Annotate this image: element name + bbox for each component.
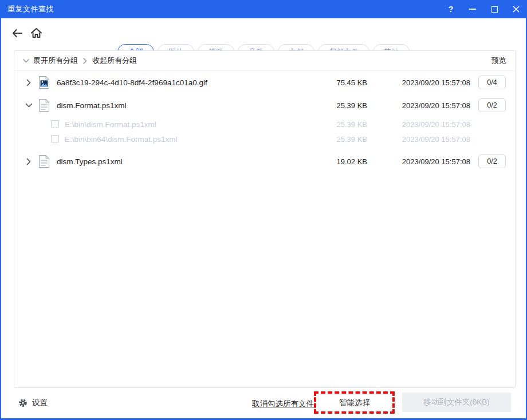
close-button[interactable] xyxy=(505,0,527,18)
file-path: E:\bin\dism.Format.ps1xml xyxy=(65,120,316,129)
toolbar-separator xyxy=(83,58,87,64)
file-size: 25.39 KB xyxy=(316,120,367,129)
nav-left xyxy=(11,27,42,38)
image-file-icon xyxy=(38,76,50,89)
maximize-icon xyxy=(491,6,498,13)
gear-icon xyxy=(18,398,27,407)
expand-all-label: 展开所有分组 xyxy=(33,56,78,66)
settings-button[interactable]: 设置 xyxy=(18,398,48,408)
expand-chevron-right-icon[interactable] xyxy=(25,79,33,86)
footer: 设置 取消勾选所有文件 智能选择 移动到文件夹(0KB) xyxy=(1,388,526,418)
file-size: 19.02 KB xyxy=(316,157,367,166)
back-button[interactable] xyxy=(11,29,23,38)
maximize-button[interactable] xyxy=(483,0,505,18)
app-window: 重复文件查找 ? 全部 图片 视频 音频 文档 归 xyxy=(0,0,527,420)
expand-all-groups[interactable]: 展开所有分组 xyxy=(23,56,78,66)
chevron-down-icon xyxy=(23,59,29,63)
file-date: 2023/09/20 15:57:08 xyxy=(379,135,470,144)
uncheck-all-link[interactable]: 取消勾选所有文件 xyxy=(252,399,314,409)
file-group-row[interactable]: dism.Types.ps1xml 19.02 KB 2023/09/20 15… xyxy=(14,150,515,173)
file-group-name: 6a8f3c19-294c-4d10-8df4-2f969a1c01a0.gif xyxy=(57,78,316,87)
file-size: 25.39 KB xyxy=(316,101,367,110)
file-size: 25.39 KB xyxy=(316,135,367,144)
file-list: 6a8f3c19-294c-4d10-8df4-2f969a1c01a0.gif… xyxy=(14,71,515,173)
move-to-folder-button[interactable]: 移动到文件夹(0KB) xyxy=(402,393,511,412)
titlebar: 重复文件查找 ? xyxy=(0,0,527,18)
file-group-row[interactable]: 6a8f3c19-294c-4d10-8df4-2f969a1c01a0.gif… xyxy=(14,71,515,94)
titlebar-controls: ? xyxy=(440,0,527,18)
collapse-chevron-down-icon[interactable] xyxy=(25,103,33,108)
file-date: 2023/09/20 15:57:08 xyxy=(379,157,470,166)
results-panel: 展开所有分组 收起所有分组 预览 xyxy=(14,50,516,388)
document-file-icon xyxy=(38,154,50,168)
preview-button[interactable]: 预览 xyxy=(491,56,506,66)
close-icon xyxy=(513,6,520,13)
file-date: 2023/09/20 15:57:08 xyxy=(379,101,470,110)
window-title: 重复文件查找 xyxy=(0,4,54,14)
collapse-all-groups[interactable]: 收起所有分组 xyxy=(92,56,137,66)
minimize-button[interactable] xyxy=(462,0,483,18)
minimize-icon xyxy=(469,9,476,10)
duplicate-file-row[interactable]: E:\bin\bin64\dism.Format.ps1xml 25.39 KB… xyxy=(14,132,515,146)
file-size: 75.45 KB xyxy=(316,78,367,87)
back-arrow-icon xyxy=(11,29,23,38)
badge-spacer xyxy=(478,117,506,131)
file-group-name: dism.Types.ps1xml xyxy=(57,157,316,166)
file-group-name: dism.Format.ps1xml xyxy=(57,101,316,110)
header: 全部 图片 视频 音频 文档 归档文件 其他 xyxy=(1,18,526,50)
file-checkbox[interactable] xyxy=(51,120,59,128)
file-checkbox[interactable] xyxy=(51,135,59,143)
badge-spacer xyxy=(478,132,506,146)
file-date: 2023/09/20 15:57:08 xyxy=(379,78,470,87)
smart-select-button[interactable]: 智能选择 xyxy=(318,394,391,411)
chevron-right-icon xyxy=(83,58,87,64)
file-path: E:\bin\bin64\dism.Format.ps1xml xyxy=(65,135,316,144)
selection-count-badge: 0/2 xyxy=(478,154,506,168)
selection-count-badge: 0/2 xyxy=(478,98,506,112)
help-button[interactable]: ? xyxy=(440,0,462,18)
file-date: 2023/09/20 15:57:08 xyxy=(379,120,470,129)
settings-label: 设置 xyxy=(32,398,48,408)
collapse-all-label: 收起所有分组 xyxy=(92,56,137,66)
duplicate-file-row[interactable]: E:\bin\dism.Format.ps1xml 25.39 KB 2023/… xyxy=(14,117,515,132)
document-file-icon xyxy=(38,98,50,112)
selection-count-badge: 0/4 xyxy=(478,76,506,89)
panel-toolbar: 展开所有分组 收起所有分组 预览 xyxy=(14,51,515,71)
expand-chevron-right-icon[interactable] xyxy=(25,158,33,165)
home-icon xyxy=(30,27,42,38)
file-group-row[interactable]: dism.Format.ps1xml 25.39 KB 2023/09/20 1… xyxy=(14,94,515,117)
home-button[interactable] xyxy=(30,27,42,38)
